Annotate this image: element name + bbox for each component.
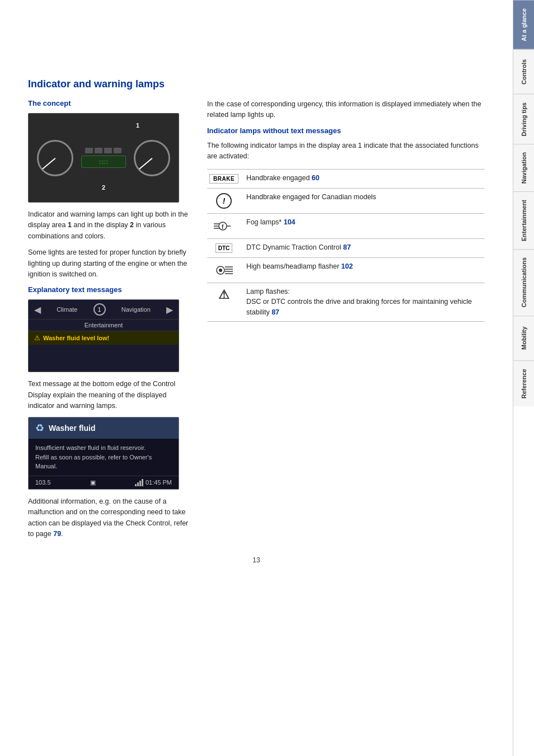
ctrl-cell-navigation: Navigation [121, 306, 151, 313]
concept-section: The concept [28, 99, 190, 280]
lamp-symbol-beam [207, 261, 241, 279]
signal-bar-1 [135, 484, 137, 486]
sidebar-tab-controls[interactable]: Controls [513, 49, 534, 94]
dash-center-area: ⬚⬚ [78, 148, 129, 168]
ctrl-arrow-left-icon: ◀ [34, 304, 41, 315]
dashboard-image: ⬚⬚ 1 2 [28, 113, 179, 203]
dashboard-badge-1: 1 [136, 122, 139, 129]
right-col-intro: In the case of corresponding urgency, th… [207, 99, 485, 121]
signal-bar-4 [142, 479, 143, 486]
lamp-symbol-brake: BRAKE [207, 173, 241, 185]
svg-text:f: f [222, 224, 224, 230]
lamp-row-canadian: ! Handbrake engaged for Canadian models [207, 188, 485, 213]
lamp-text-brake: Handbrake engaged 60 [246, 173, 485, 184]
washer-title: Washer fluid [49, 424, 96, 433]
washer-footer-icon: ▣ [90, 479, 96, 486]
page-number: 13 [28, 556, 485, 564]
sidebar-tab-communications[interactable]: Communications [513, 249, 534, 315]
lamp-symbol-fog: f [207, 217, 241, 235]
lamp-row-fog: f Fog lamps* 104 [207, 213, 485, 238]
lamp-symbol-canadian: ! [207, 192, 241, 210]
washer-footer-right: 01:45 PM [135, 479, 172, 486]
sidebar-tab-navigation[interactable]: Navigation [513, 144, 534, 191]
explanatory-body-2: Additional information, e.g. on the caus… [28, 496, 190, 540]
lamp-row-dtc: DTC DTC Dynamic Traction Control 87 [207, 238, 485, 257]
washer-body-text-2: Refill as soon as possible, refer to Own… [35, 453, 172, 471]
lamp-link-fog: 104 [284, 218, 296, 226]
sidebar-tab-mobility[interactable]: Mobility [513, 316, 534, 360]
lamp-symbol-dsc: ⚠ [207, 287, 241, 303]
dashboard-badge-2: 2 [102, 184, 105, 191]
explanatory-section: Explanatory text messages ◀ Climate 1 Na… [28, 285, 190, 539]
svg-point-7 [219, 269, 222, 272]
sidebar-tab-reference[interactable]: Reference [513, 360, 534, 406]
control-display-image: ◀ Climate 1 Navigation ▶ Entertainment [28, 299, 179, 372]
circle-i-icon: ! [216, 193, 232, 209]
signal-bar-3 [139, 481, 141, 486]
dash-icon-4 [114, 148, 121, 153]
lamp-row-beam: High beams/headlamp flasher 102 [207, 257, 485, 283]
circle-i-text: ! [223, 196, 226, 205]
sidebar-tab-at-a-glance[interactable]: At a glance [513, 0, 534, 49]
lamp-symbol-dtc: DTC [207, 242, 241, 254]
ctrl-arrow-right-icon: ▶ [166, 304, 173, 315]
fog-lamp-icon: f [214, 218, 234, 234]
washer-fluid-popup: ♻ Washer fluid Insufficient washer fluid… [28, 417, 179, 490]
lamp-text-dsc: Lamp flashes: DSC or DTC controls the dr… [246, 287, 485, 318]
speedometer [37, 140, 73, 176]
warning-triangle-icon: ⚠ [34, 334, 40, 342]
tachometer [134, 140, 170, 176]
lamp-link-brake: 60 [312, 174, 320, 182]
washer-footer: 103.5 ▣ 01:45 PM [29, 476, 179, 489]
washer-fluid-icon: ♻ [35, 422, 44, 434]
dash-icon-1 [85, 148, 93, 153]
concept-body-2: Some lights are tested for proper functi… [28, 247, 190, 280]
dash-display-area: ⬚⬚ [81, 156, 126, 168]
explanatory-body-1: Text message at the bottom edge of the C… [28, 379, 190, 411]
ctrl-number: 1 [98, 307, 101, 313]
lamp-text-dtc: DTC Dynamic Traction Control 87 [246, 242, 485, 253]
lamp-link-dtc: 87 [343, 243, 351, 251]
lamp-row-dsc: ⚠ Lamp flashes: DSC or DTC controls the … [207, 283, 485, 322]
dash-icons-row [85, 148, 121, 153]
washer-body-text-1: Insufficient washer fluid in fluid reser… [35, 443, 172, 453]
high-beam-icon [214, 262, 234, 278]
washer-footer-odometer: 103.5 [35, 479, 51, 486]
sidebar-tabs: At a glance Controls Driving tips Naviga… [513, 0, 534, 756]
dtc-text-symbol: DTC [216, 243, 233, 253]
ctrl-warning-text: Washer fluid level low! [43, 335, 109, 341]
indicator-lamps-title: Indicator lamps without text messages [207, 126, 485, 135]
explanatory-section-title: Explanatory text messages [28, 285, 190, 294]
lamp-row-brake: BRAKE Handbrake engaged 60 [207, 169, 485, 188]
lamp-link-beam: 102 [341, 262, 353, 270]
dash-icon-2 [95, 148, 102, 153]
ctrl-cell-climate: Climate [57, 306, 77, 313]
dash-display-text: ⬚⬚ [99, 159, 108, 165]
concept-body-1: Indicator and warning lamps can light up… [28, 209, 190, 242]
ctrl-warning-row: ⚠ Washer fluid level low! [29, 331, 179, 345]
sidebar-tab-entertainment[interactable]: Entertainment [513, 191, 534, 249]
lamp-link-dsc: 87 [271, 308, 279, 316]
washer-footer-time: 01:45 PM [146, 479, 172, 486]
warning-triangle-symbol: ⚠ [218, 288, 229, 302]
concept-section-title: The concept [28, 99, 190, 107]
ctrl-menu-row: ◀ Climate 1 Navigation ▶ [29, 300, 179, 320]
indicator-lamps-intro: The following indicator lamps in the dis… [207, 140, 485, 162]
ctrl-select-circle: 1 [93, 303, 106, 316]
washer-body: Insufficient washer fluid in fluid reser… [29, 439, 179, 476]
signal-bars-icon [135, 479, 143, 486]
lamp-text-fog: Fog lamps* 104 [246, 217, 485, 228]
sidebar-tab-driving-tips[interactable]: Driving tips [513, 94, 534, 144]
washer-header: ♻ Washer fluid [29, 417, 179, 439]
ctrl-entertainment-label: Entertainment [85, 322, 123, 328]
lamp-text-beam: High beams/headlamp flasher 102 [246, 261, 485, 272]
dash-icon-3 [104, 148, 112, 153]
brake-text-symbol: BRAKE [209, 174, 238, 184]
lamp-text-canadian: Handbrake engaged for Canadian models [246, 192, 485, 203]
signal-bar-2 [137, 482, 139, 486]
explanatory-link: 79 [53, 530, 61, 538]
page-title: Indicator and warning lamps [28, 34, 485, 90]
